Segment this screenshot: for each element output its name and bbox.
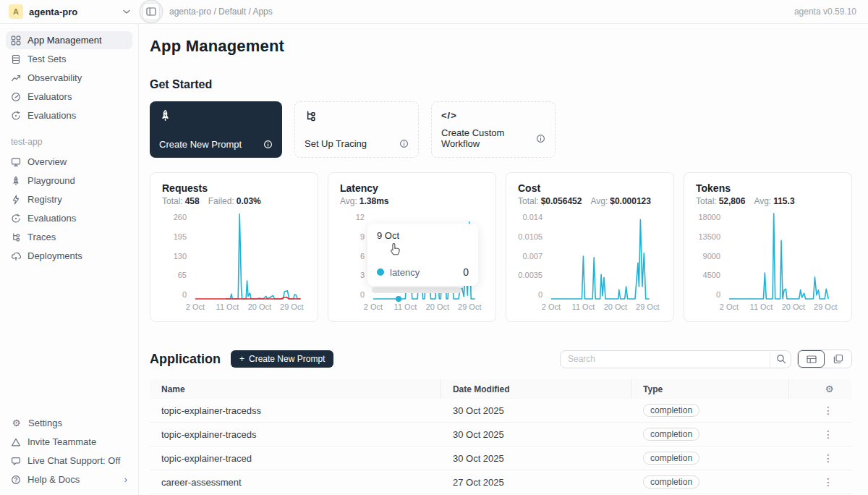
tooltip-series-row: latency 0: [377, 266, 469, 278]
sidebar-item-invite-teammate[interactable]: Invite Teammate: [6, 433, 132, 451]
table-row[interactable]: topic-explainer-tracedss 30 Oct 2025 com…: [150, 399, 852, 423]
table-row[interactable]: topic-explainer-traced 30 Oct 2025 compl…: [150, 447, 852, 470]
gear-icon: ⚙: [11, 418, 22, 428]
y-tick-label: 0: [182, 291, 187, 299]
table-row[interactable]: career-assessment 27 Oct 2025 completion…: [150, 470, 852, 494]
rocket-icon: [11, 176, 21, 186]
plus-icon: +: [239, 354, 244, 364]
sidebar-item-label: Live Chat Support: Off: [27, 455, 120, 466]
workspace-selector[interactable]: A agenta-pro: [0, 4, 139, 19]
x-tick-label: 2 Oct: [364, 302, 383, 311]
chevron-right-icon: ›: [124, 474, 127, 485]
x-tick-label: 11 Oct: [572, 302, 595, 311]
grid-icon: [11, 35, 21, 46]
refresh-icon: [11, 111, 21, 121]
x-tick-label: 2 Oct: [542, 302, 561, 311]
y-tick-label: 13500: [698, 233, 720, 241]
y-tick-label: 0: [716, 291, 720, 299]
row-menu-button[interactable]: ⋮: [823, 477, 833, 487]
search-input[interactable]: [560, 350, 791, 368]
sidebar-item-registry[interactable]: Registry: [6, 190, 132, 208]
sidebar-item-test-sets[interactable]: Test Sets: [6, 50, 132, 68]
triangle-icon: [11, 437, 21, 447]
info-icon[interactable]: [536, 134, 545, 143]
row-menu-button[interactable]: ⋮: [823, 405, 833, 415]
app-name: topic-explainer-tracedss: [150, 405, 441, 416]
y-tick-label: 18000: [698, 213, 720, 221]
create-new-prompt-button[interactable]: + Create New Prompt: [231, 350, 333, 368]
sidebar-item-playground[interactable]: Playground: [6, 172, 132, 190]
x-tick-label: 20 Oct: [782, 302, 805, 311]
app-name: topic-explainer-traceds: [150, 429, 441, 440]
x-tick-label: 2 Oct: [720, 302, 739, 311]
y-axis: 1800013500900045000: [696, 213, 720, 299]
hand-cursor-icon: [389, 242, 401, 256]
table-icon: [11, 54, 21, 64]
lightning-icon: [11, 195, 21, 205]
chart-title: Cost: [518, 182, 662, 194]
set-up-tracing-card[interactable]: Set Up Tracing: [294, 101, 419, 158]
plot-area: [195, 213, 306, 299]
sidebar-item-label: Help & Docs: [27, 474, 80, 485]
sidebar-item-evaluations-app[interactable]: Evaluations: [6, 209, 132, 227]
monitor-icon: [11, 157, 21, 167]
sidebar-item-label: Settings: [28, 418, 62, 428]
workspace-name: agenta-pro: [29, 7, 117, 17]
sidebar-item-label: Deployments: [27, 250, 82, 261]
plot-area: [729, 213, 840, 299]
sidebar-item-observability[interactable]: Observability: [6, 69, 132, 87]
table-header: Name Date Modified Type ⚙: [150, 379, 852, 399]
sidebar-item-traces[interactable]: Traces: [6, 228, 132, 246]
sidebar-item-label: Observability: [27, 72, 82, 83]
info-icon[interactable]: [399, 139, 409, 148]
row-menu-button[interactable]: ⋮: [823, 429, 833, 439]
sidebar-item-label: App Management: [27, 35, 102, 46]
card-view-button[interactable]: [825, 350, 851, 368]
tooltip-series-name: latency: [390, 267, 420, 278]
y-tick-label: 0.0105: [518, 233, 542, 241]
table-view-button[interactable]: [798, 350, 825, 368]
sidebar-item-label: Traces: [27, 232, 56, 242]
breadcrumb[interactable]: agenta-pro / Default / Apps: [169, 7, 273, 17]
sidebar-item-settings[interactable]: ⚙ Settings: [6, 414, 132, 432]
x-tick-label: 11 Oct: [750, 302, 773, 311]
tooltip-shadow: [372, 287, 461, 293]
sidebar-item-help-docs[interactable]: Help & Docs ›: [6, 470, 132, 488]
sidebar-item-overview[interactable]: Overview: [6, 153, 132, 171]
info-icon[interactable]: [263, 140, 273, 149]
column-header-name[interactable]: Name: [150, 379, 441, 399]
sidebar-item-deployments[interactable]: Deployments: [6, 247, 132, 265]
sidebar-item-label: Evaluations: [27, 110, 76, 121]
create-new-prompt-card[interactable]: Create New Prompt: [150, 101, 282, 158]
gear-icon[interactable]: ⚙: [824, 384, 835, 394]
column-header-type[interactable]: Type: [631, 379, 789, 399]
y-tick-label: 65: [178, 271, 187, 279]
panel-left-icon: [146, 7, 156, 17]
row-menu-button[interactable]: ⋮: [823, 453, 833, 463]
create-custom-workflow-card[interactable]: </> Create Custom Workflow: [431, 101, 556, 158]
app-name: career-assessment: [150, 477, 441, 488]
table-row[interactable]: topic-explainer-traceds 30 Oct 2025 comp…: [150, 423, 852, 447]
search-box: [560, 350, 791, 368]
card-label: Create New Prompt: [159, 139, 242, 150]
x-axis: 2 Oct11 Oct20 Oct29 Oct: [195, 302, 306, 313]
sidebar-item-app-management[interactable]: App Management: [6, 31, 132, 49]
chart-stats: Avg:1.38ms: [340, 196, 484, 206]
sidebar-item-label: Playground: [27, 175, 75, 186]
sidebar-item-evaluations[interactable]: Evaluations: [6, 106, 132, 124]
sidebar-toggle-button[interactable]: [142, 3, 160, 20]
series-dot: [377, 268, 384, 276]
column-header-date-modified[interactable]: Date Modified: [441, 379, 631, 399]
chat-icon: [11, 456, 21, 466]
sidebar-item-live-chat-support[interactable]: Live Chat Support: Off: [6, 452, 132, 470]
app-date: 30 Oct 2025: [441, 429, 631, 440]
sidebar-item-evaluators[interactable]: Evaluators: [6, 88, 132, 106]
column-settings: ⚙: [789, 379, 852, 399]
x-tick-label: 20 Oct: [426, 302, 449, 311]
search-button[interactable]: [770, 350, 791, 368]
y-tick-label: 260: [174, 213, 187, 221]
main-content: App Management Get Started Create New Pr…: [139, 24, 868, 495]
series-cost: [551, 219, 650, 299]
cloud-icon: [11, 251, 21, 261]
x-axis: 2 Oct11 Oct20 Oct29 Oct: [551, 302, 662, 313]
